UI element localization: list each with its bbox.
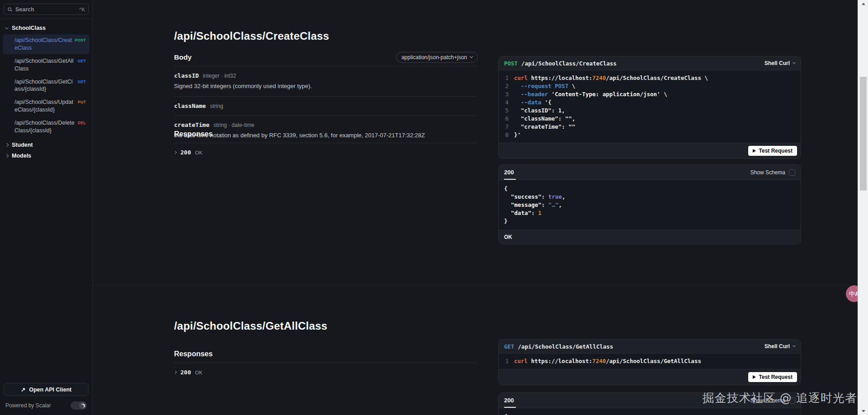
dark-mode-toggle[interactable] — [71, 401, 87, 410]
sidebar-item-label: /api/SchoolClass/GetClass/{classId} — [14, 78, 75, 93]
response-card-header: 200 Show Schema — [499, 393, 801, 408]
powered-row: Powered by Scalar — [4, 396, 89, 411]
field-name: classID — [174, 72, 199, 79]
content-type-select[interactable]: application/json-patch+json — [396, 52, 478, 63]
show-schema-toggle[interactable]: Show Schema — [750, 169, 795, 176]
search-icon — [7, 7, 13, 12]
sidebar-item-updateclass[interactable]: /api/SchoolClass/UpdateClass/{classId} P… — [3, 96, 90, 116]
code-block-curl-getallclass[interactable]: 1curl https://localhost:7240/api/SchoolC… — [499, 354, 801, 369]
request-card-header: GET /api/SchoolClass/GetAllClass Shell C… — [499, 340, 801, 354]
main-content: /api/SchoolClass/CreateClass Body applic… — [93, 0, 868, 415]
divider — [174, 115, 478, 116]
field-classname: className string — [174, 103, 478, 109]
response-json-body[interactable]: { "success": true, "message": "…", "data… — [499, 180, 801, 230]
content-type-value: application/json-patch+json — [401, 54, 467, 61]
method-badge-get: GET — [78, 79, 86, 84]
show-schema-label: Show Schema — [750, 397, 785, 404]
response-code: 200 — [180, 149, 191, 156]
divider — [174, 66, 478, 66]
sidebar-group-schoolclass[interactable]: SchoolClass — [3, 23, 90, 33]
scrollbar-thumb[interactable] — [860, 77, 867, 191]
group-label: SchoolClass — [12, 25, 46, 31]
responses-heading: Responses — [174, 130, 478, 138]
sidebar-item-getclass[interactable]: /api/SchoolClass/GetClass/{classId} GET — [3, 76, 90, 96]
field-description: Signed 32-bit integers (commonly used in… — [174, 82, 478, 90]
chevron-right-icon — [5, 143, 9, 147]
scrollbar-down-arrow[interactable] — [858, 407, 868, 415]
field-type: string · date-time — [213, 122, 254, 128]
show-schema-label: Show Schema — [750, 169, 785, 176]
chevron-down-icon — [793, 61, 796, 64]
search-placeholder: Search — [15, 6, 34, 13]
show-schema-checkbox[interactable] — [789, 169, 795, 176]
search-input[interactable]: Search ^K — [4, 4, 89, 15]
client-language-select[interactable]: Shell Curl — [764, 60, 795, 66]
test-request-label: Test Request — [759, 148, 793, 154]
method-badge-del: DEL — [78, 121, 86, 126]
body-section: Body application/json-patch+json classID… — [174, 51, 478, 139]
sidebar-group-models[interactable]: Models — [3, 150, 90, 161]
divider — [174, 96, 478, 97]
chevron-down-icon — [793, 344, 796, 347]
search-section: Search ^K — [0, 0, 92, 19]
response-row-200[interactable]: 200 OK — [174, 369, 478, 376]
show-schema-toggle[interactable]: Show Schema — [750, 397, 795, 404]
method-label-get: GET — [504, 343, 514, 350]
sidebar-bottom: ↗ Open API Client Powered by Scalar — [0, 379, 92, 415]
method-badge-get: GET — [78, 59, 86, 64]
responses-heading: Responses — [174, 350, 478, 358]
endpoint-title-createclass: /api/SchoolClass/CreateClass — [174, 30, 329, 42]
test-request-button[interactable]: Test Request — [748, 372, 797, 382]
play-icon — [753, 375, 756, 379]
body-heading: Body — [174, 53, 192, 61]
client-language-select[interactable]: Shell Curl — [764, 343, 795, 350]
request-card-header: POST /api/SchoolClass/CreateClass Shell … — [499, 56, 801, 70]
responses-section-2: Responses 200 OK — [174, 350, 478, 376]
divider — [174, 363, 478, 363]
responses-section-1: Responses 200 OK — [174, 130, 478, 156]
browser-scrollbar[interactable] — [858, 0, 868, 415]
sidebar-item-deleteclass[interactable]: /api/SchoolClass/DeleteClass/{classId} D… — [3, 117, 90, 137]
response-row-200[interactable]: 200 OK — [174, 149, 478, 156]
client-language-value: Shell Curl — [764, 60, 790, 66]
client-language-value: Shell Curl — [764, 343, 790, 350]
response-label: OK — [195, 370, 203, 375]
status-tab-200[interactable]: 200 — [504, 393, 514, 408]
code-block-curl-createclass[interactable]: 1curl https://localhost:7240/api/SchoolC… — [499, 70, 801, 143]
moon-icon — [81, 404, 85, 408]
test-request-button[interactable]: Test Request — [748, 146, 797, 156]
scrollbar-up-arrow[interactable] — [858, 0, 868, 8]
endpoint-title-getallclass: /api/SchoolClass/GetAllClass — [174, 320, 327, 332]
response-json-body[interactable]: { — [499, 408, 801, 415]
field-name: createTime — [174, 121, 209, 128]
response-label: OK — [195, 150, 203, 155]
sidebar-item-label: /api/SchoolClass/DeleteClass/{classId} — [14, 119, 75, 135]
chevron-down-icon — [470, 55, 473, 58]
sidebar-item-getallclass[interactable]: /api/SchoolClass/GetAllClass GET — [3, 55, 90, 75]
sidebar-group-student[interactable]: Student — [3, 140, 90, 150]
show-schema-checkbox[interactable] — [789, 397, 795, 404]
chevron-right-icon — [5, 154, 9, 158]
group-label: Student — [12, 142, 33, 148]
play-icon — [753, 149, 756, 153]
open-api-client-button[interactable]: ↗ Open API Client — [4, 383, 89, 396]
sidebar-item-label: /api/SchoolClass/CreateClass — [14, 37, 72, 52]
field-type: string — [210, 103, 223, 109]
chevron-down-icon — [5, 25, 9, 29]
sidebar-item-label: /api/SchoolClass/UpdateClass/{classId} — [14, 98, 75, 114]
sidebar-item-createclass[interactable]: /api/SchoolClass/CreateClass POST — [3, 34, 90, 54]
status-tab-200[interactable]: 200 — [504, 165, 514, 180]
group-label: Models — [12, 153, 31, 159]
request-example-card-createclass: POST /api/SchoolClass/CreateClass Shell … — [498, 56, 801, 159]
response-footer-ok: OK — [499, 230, 801, 244]
arrow-up-right-icon: ↗ — [21, 386, 25, 393]
open-api-client-label: Open API Client — [29, 387, 71, 393]
test-request-label: Test Request — [759, 374, 793, 380]
triangle-up-icon — [862, 3, 865, 5]
chevron-right-icon — [174, 151, 177, 154]
powered-by-label[interactable]: Powered by Scalar — [5, 402, 51, 409]
request-path: /api/SchoolClass/CreateClass — [521, 60, 617, 67]
response-card-header: 200 Show Schema — [499, 165, 801, 180]
method-badge-put: PUT — [78, 100, 86, 105]
request-card-footer: Test Request — [499, 369, 801, 385]
